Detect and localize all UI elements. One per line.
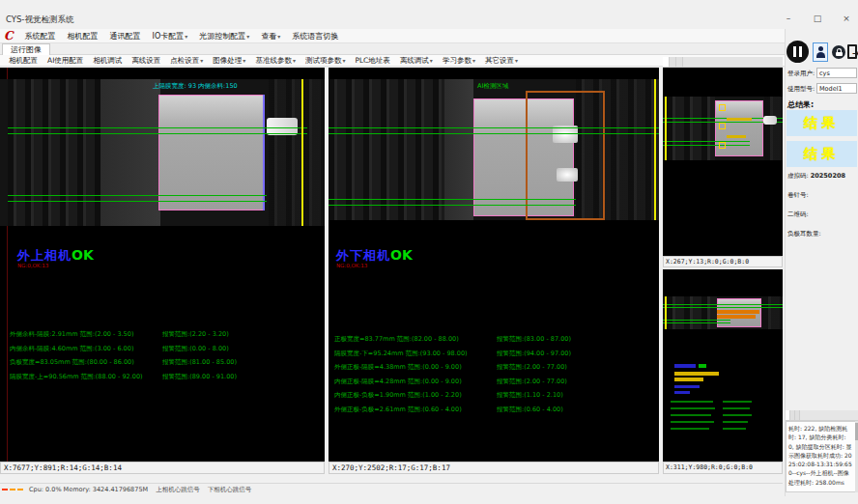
- heartbeat-status-label: 下相机心跳信号: [208, 486, 252, 494]
- run-log-text: 耗时: 222, 缺陷检测耗时: 17, 缺陷分类耗时: 0, 缺陷提取分区耗时…: [786, 421, 856, 492]
- statusbar-camera-upper: X:7677;Y:891;R:14;G:14;B:14: [0, 462, 325, 474]
- info-panel-tab[interactable]: [795, 410, 800, 420]
- window-title: CYS-视觉检测系统: [6, 14, 73, 26]
- app-window: CYS-视觉检测系统 – □ × C 系统配置▾相机配置▾通讯配置▾IO卡配置▾…: [0, 0, 858, 504]
- right-panel-tab[interactable]: [670, 57, 676, 67]
- measurement-row: 外侧余料-隔膜:2.91mm 范围:(2.00 - 3.50)报警范围:(2.2…: [10, 330, 237, 339]
- logout-button[interactable]: →: [846, 43, 858, 61]
- camera-image-upper: 上隔膜宽度: 93 内侧余料:150: [0, 79, 325, 226]
- chevron-down-icon: ▾: [277, 33, 280, 40]
- measurement-row: 内侧正极-隔膜=4.28mm 范围:(0.00 - 9.00)报警范围:(2.0…: [334, 378, 571, 386]
- menu-item[interactable]: IO卡配置▾: [147, 31, 194, 42]
- toolbar-item[interactable]: AI使用配置▾: [43, 56, 88, 66]
- status-extra-items: 上相机心跳信号下相机心跳信号: [148, 486, 251, 494]
- titlebar: CYS-视觉检测系统 – □ ×: [0, 0, 858, 29]
- model-value[interactable]: Model1: [816, 83, 857, 94]
- cpu-memory-label: Cpu: 0.0% Memory: 3424.41796875M: [29, 486, 148, 493]
- camera-view-upper[interactable]: 上隔膜宽度: 93 内侧余料:150 外上相机OK NG:0,OK:13 外侧余…: [0, 68, 325, 462]
- toolbar-item[interactable]: 图像处理▾: [208, 56, 250, 66]
- minimize-button[interactable]: –: [781, 13, 796, 25]
- heartbeat-status-label: 上相机心跳信号: [156, 486, 200, 494]
- sidebar-field: 卷针号:: [787, 191, 845, 200]
- sidebar-fields: 虚拟码: 20250208卷针号: 二维码: 负极耳数量:: [787, 172, 845, 249]
- ai-roi-box: [526, 91, 605, 220]
- exit-arrow-icon: →: [852, 48, 858, 58]
- model-label: 使用型号:: [787, 85, 815, 94]
- result-ok-label: OK: [72, 247, 94, 263]
- menu-item[interactable]: 通讯配置▾: [104, 31, 147, 42]
- chevron-down-icon: ▾: [243, 57, 245, 64]
- view-tab-row: 运行图像: [0, 43, 785, 55]
- separator-film-region: [158, 95, 265, 210]
- sidebar-field: 二维码:: [787, 210, 845, 219]
- chevron-down-icon: ▾: [185, 33, 187, 40]
- menu-items: 系统配置▾相机配置▾通讯配置▾IO卡配置▾光源控制配置▾查看▾系统语言切换▾: [19, 31, 345, 42]
- toolbar-item[interactable]: 离线调试▾: [395, 56, 438, 66]
- user-button[interactable]: [813, 42, 828, 62]
- toolbar-items: 相机配置▾AI使用配置▾相机调试▾离线设置▾点检设置▾图像处理▾基准线参数▾测试…: [4, 56, 523, 66]
- tab-run-image[interactable]: 运行图像: [2, 43, 50, 55]
- chevron-down-icon: ▾: [342, 57, 345, 64]
- measurement-rows: 外侧余料-隔膜:2.91mm 范围:(2.00 - 3.50)报警范围:(2.2…: [10, 330, 237, 386]
- total-result-label: 总结果:: [787, 99, 814, 110]
- statusbar-thumbnail-2: X:311;Y:980;R:0;G:0;B:0: [663, 462, 783, 474]
- right-panel-tab[interactable]: [676, 57, 683, 67]
- edge-marker-line: [654, 79, 656, 220]
- app-status-bar: Cpu: 0.0% Memory: 3424.41796875M 上相机心跳信号…: [0, 483, 783, 495]
- status-badge: [2, 489, 8, 490]
- chevron-down-icon: ▾: [200, 57, 203, 64]
- login-user-label: 登录用户:: [787, 70, 815, 78]
- sidebar-field: 负极耳数量:: [787, 230, 845, 238]
- thumbnail-view-1[interactable]: [663, 68, 783, 256]
- toolbar-item[interactable]: 离线设置▾: [127, 56, 165, 66]
- measurement-row: 内侧正极-负极=1.90mm 范围:(1.00 - 2.20)报警范围:(1.1…: [334, 391, 571, 400]
- menu-item[interactable]: 查看▾: [255, 31, 286, 42]
- user-icon: [818, 46, 823, 51]
- lock-button[interactable]: [832, 45, 845, 59]
- sidebar: → 登录用户: cys 使用型号: Model1 总结果: 结果 结果 虚拟码:…: [785, 29, 858, 496]
- info-panel-tabs: [786, 410, 858, 421]
- toolbar-item[interactable]: 基准线参数▾: [250, 56, 300, 66]
- toolbar-item[interactable]: 相机调试▾: [88, 56, 127, 66]
- menu-item[interactable]: 系统语言切换▾: [286, 31, 344, 42]
- toolbar-item[interactable]: 其它设置▾: [480, 56, 523, 66]
- measurement-row: 正极宽度=83.77mm 范围:(82.00 - 88.00)报警范围:(83.…: [334, 335, 571, 344]
- maximize-button[interactable]: □: [810, 13, 825, 25]
- pause-button[interactable]: [786, 41, 809, 63]
- thumbnail-view-2[interactable]: [663, 269, 783, 462]
- camera-image-lower: AI检测区域: [329, 79, 659, 220]
- image-annotation: AI检测区域: [477, 82, 508, 91]
- chevron-down-icon: ▾: [246, 33, 249, 40]
- measurement-row: 内侧余料-隔膜:4.60mm 范围:(3.00 - 6.00)报警范围:(0.0…: [10, 345, 237, 353]
- right-panel-tab[interactable]: [663, 57, 670, 67]
- toolbar-item[interactable]: PLC地址表▾: [350, 56, 394, 66]
- status-badges: [2, 489, 25, 490]
- image-annotation: 上隔膜宽度: 93 内侧余料:150: [153, 82, 238, 91]
- measurement-row: 外侧正极-隔膜=4.38mm 范围:(0.00 - 9.00)报警范围:(2.0…: [334, 363, 571, 372]
- result-box-1: 结果: [786, 110, 857, 136]
- camera-view-lower[interactable]: AI检测区域 外下相机OK NG:0,OK:13 正极宽度=83.77mm 范围…: [329, 68, 659, 462]
- measurement-row: 隔膜宽度-下=95.24mm 范围:(93.00 - 98.00)报警范围:(9…: [334, 350, 571, 358]
- chevron-down-icon: ▾: [293, 57, 296, 64]
- menu-item[interactable]: 相机配置▾: [62, 31, 104, 42]
- mini-title-bar: [674, 364, 696, 368]
- toolbar-item[interactable]: 测试项参数▾: [300, 56, 351, 66]
- ng-counter-label: NG:0,OK:13: [17, 263, 48, 268]
- status-badge: [10, 489, 15, 490]
- measurement-row: 隔膜宽度-上=90.56mm 范围:(88.00 - 92.00)报警范围:(8…: [10, 373, 237, 381]
- menu-item[interactable]: 系统配置▾: [19, 31, 62, 42]
- close-button[interactable]: ×: [839, 13, 854, 25]
- menu-item[interactable]: 光源控制配置▾: [193, 31, 255, 42]
- mini-ok-mark: [699, 364, 706, 368]
- measurement-row: 外侧正极-负极=2.61mm 范围:(0.60 - 4.00)报警范围:(0.6…: [334, 406, 571, 414]
- toolbar-item[interactable]: 相机配置▾: [4, 56, 43, 66]
- edge-marker-line: [301, 79, 303, 226]
- login-user-value[interactable]: cys: [816, 68, 857, 78]
- toolbar-item[interactable]: 学习参数▾: [438, 56, 480, 66]
- measurement-rows: 正极宽度=83.77mm 范围:(82.00 - 88.00)报警范围:(83.…: [334, 335, 571, 419]
- toolbar-item[interactable]: 点检设置▾: [165, 56, 208, 66]
- sidebar-field: 虚拟码: 20250208: [787, 172, 845, 181]
- chevron-down-icon: ▾: [430, 57, 433, 64]
- app-logo-icon: C: [4, 29, 14, 42]
- result-box-2: 结果: [786, 141, 857, 167]
